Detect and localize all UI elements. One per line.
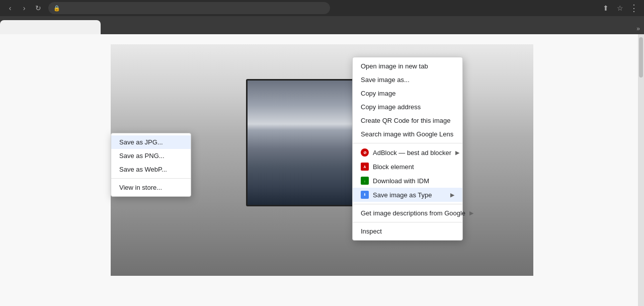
- context-menu-item-block-element[interactable]: A Block element: [353, 160, 462, 174]
- context-menu-item-search-google-lens[interactable]: Search image with Google Lens: [353, 127, 462, 141]
- search-google-lens-label: Search image with Google Lens: [361, 130, 453, 138]
- context-menu-item-save-image-type[interactable]: ⬇ Save image as Type ▶: [353, 188, 462, 202]
- context-menu-item-copy-image[interactable]: Copy image: [353, 87, 462, 100]
- forward-button[interactable]: ›: [18, 2, 30, 14]
- tab-extend-button[interactable]: »: [632, 23, 644, 34]
- save-type-submenu: Save as JPG... Save as PNG... Save as We…: [111, 133, 191, 197]
- submenu-item-save-webp[interactable]: Save as WebP...: [111, 163, 191, 176]
- bookmark-button[interactable]: ☆: [614, 2, 626, 14]
- view-store-label: View in store...: [119, 184, 162, 191]
- save-image-type-arrow-icon: ▶: [450, 192, 454, 198]
- back-button[interactable]: ‹: [4, 2, 16, 14]
- browser-action-buttons: ⬆ ☆ ⋮: [600, 2, 640, 14]
- inspect-label: Inspect: [361, 227, 382, 235]
- context-menu-item-create-qr-code[interactable]: Create QR Code for this image: [353, 114, 462, 127]
- separator-2: [353, 204, 462, 204]
- idm-icon: ↓: [361, 177, 369, 185]
- scrollbar-thumb[interactable]: [639, 37, 643, 78]
- get-image-desc-arrow-icon: ▶: [469, 210, 473, 216]
- context-menu-item-adblock[interactable]: ⊘ AdBlock — best ad blocker ▶: [353, 145, 462, 160]
- copy-image-address-label: Copy image address: [361, 103, 421, 111]
- page-area: Open image in new tab Save image as... C…: [0, 34, 644, 306]
- save-image-as-label: Save image as...: [361, 76, 410, 84]
- tab-bar: »: [0, 16, 644, 34]
- get-image-desc-label: Get image descriptions from Google: [361, 209, 465, 217]
- download-idm-label: Download with IDM: [373, 177, 429, 185]
- content-area: Open image in new tab Save image as... C…: [0, 34, 644, 306]
- context-menu: Open image in new tab Save image as... C…: [352, 57, 463, 241]
- create-qr-code-label: Create QR Code for this image: [361, 117, 450, 124]
- abp-icon: A: [361, 163, 369, 171]
- copy-image-label: Copy image: [361, 90, 395, 97]
- context-menu-item-open-new-tab[interactable]: Open image in new tab: [353, 59, 462, 73]
- active-tab[interactable]: [0, 20, 101, 34]
- submenu-separator: [111, 178, 191, 179]
- separator-3: [353, 222, 462, 222]
- browser-top-bar: ‹ › ↻ 🔒 ⬆ ☆ ⋮: [0, 0, 644, 16]
- context-menu-item-copy-image-address[interactable]: Copy image address: [353, 100, 462, 114]
- adblock-label: AdBlock — best ad blocker: [373, 149, 451, 157]
- context-menu-item-download-idm[interactable]: ↓ Download with IDM: [353, 174, 462, 188]
- submenu-item-view-store[interactable]: View in store...: [111, 181, 191, 194]
- more-button[interactable]: ⋮: [628, 2, 640, 14]
- savetype-icon: ⬇: [361, 191, 369, 199]
- submenu-item-save-png[interactable]: Save as PNG...: [111, 149, 191, 163]
- reload-button[interactable]: ↻: [32, 2, 44, 14]
- adblock-icon: ⊘: [361, 148, 369, 157]
- adblock-arrow-icon: ▶: [455, 149, 459, 156]
- save-image-type-label: Save image as Type: [373, 191, 432, 199]
- save-png-label: Save as PNG...: [119, 152, 165, 160]
- share-button[interactable]: ⬆: [600, 2, 612, 14]
- separator-1: [353, 143, 462, 143]
- navigation-buttons: ‹ › ↻: [4, 2, 44, 14]
- save-jpg-label: Save as JPG...: [119, 138, 163, 146]
- context-menu-item-get-image-desc[interactable]: Get image descriptions from Google ▶: [353, 206, 462, 220]
- context-menu-item-save-image-as[interactable]: Save image as...: [353, 73, 462, 87]
- save-webp-label: Save as WebP...: [119, 166, 167, 173]
- context-menu-item-inspect[interactable]: Inspect: [353, 224, 462, 238]
- scrollbar[interactable]: [638, 34, 644, 306]
- submenu-item-save-jpg[interactable]: Save as JPG...: [111, 135, 191, 149]
- address-bar[interactable]: 🔒: [48, 2, 330, 14]
- open-new-tab-label: Open image in new tab: [361, 62, 428, 70]
- lock-icon: 🔒: [53, 5, 60, 12]
- block-element-label: Block element: [373, 163, 414, 171]
